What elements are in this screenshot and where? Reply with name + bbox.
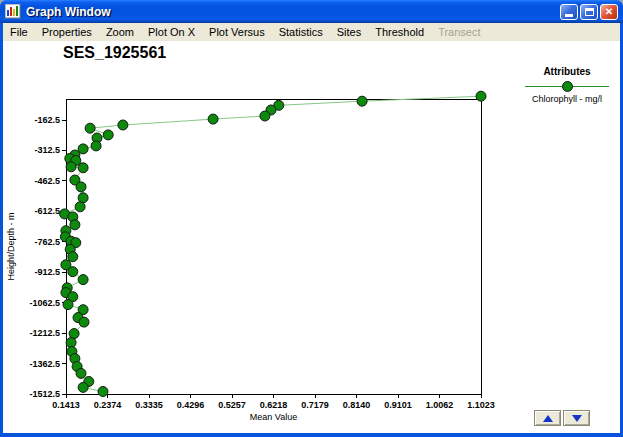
data-point	[76, 182, 86, 192]
data-point	[66, 162, 76, 172]
data-point	[76, 368, 86, 378]
y-tick-label: -162.5	[34, 115, 60, 125]
y-tick-label: -1212.5	[29, 328, 60, 338]
data-point	[103, 130, 113, 140]
plot-frame	[66, 99, 481, 394]
data-point	[85, 123, 95, 133]
x-tick-label: 0.3335	[135, 400, 163, 410]
data-point	[78, 163, 88, 173]
data-point	[476, 91, 486, 101]
y-tick-label: -462.5	[34, 176, 60, 186]
legend-dot-icon	[562, 81, 573, 92]
scroll-up-button[interactable]	[534, 410, 561, 426]
x-tick-label: 1.0062	[426, 400, 454, 410]
y-tick-label: -612.5	[34, 206, 60, 216]
x-tick-label: 0.8140	[343, 400, 371, 410]
legend: Attributes Chlorophyll - mg/l	[523, 66, 611, 104]
legend-marker-sample	[525, 80, 609, 93]
x-tick-label: 1.1023	[467, 400, 495, 410]
data-point	[68, 267, 78, 277]
data-point	[78, 193, 88, 203]
triangle-up-icon	[543, 415, 553, 422]
data-point	[357, 96, 367, 106]
data-point	[68, 252, 78, 262]
y-tick-label: -1062.5	[29, 298, 60, 308]
graph-window: Graph Window ✕ FilePropertiesZoomPlot On…	[0, 0, 623, 437]
data-point	[118, 120, 128, 130]
y-tick-label: -1362.5	[29, 359, 60, 369]
pager-controls	[534, 410, 590, 426]
series-line	[65, 96, 481, 391]
x-tick-label: 0.9101	[384, 400, 412, 410]
data-point	[260, 111, 270, 121]
y-axis-title: Height/Depth - m	[6, 212, 16, 280]
data-point	[79, 317, 89, 327]
legend-title: Attributes	[523, 66, 611, 77]
data-point	[69, 329, 79, 339]
data-point	[91, 141, 101, 151]
triangle-down-icon	[572, 415, 582, 422]
y-tick-label: -912.5	[34, 267, 60, 277]
data-point	[78, 382, 88, 392]
x-tick-label: 0.4296	[177, 400, 205, 410]
x-tick-label: 0.7179	[301, 400, 329, 410]
data-point	[98, 387, 108, 397]
scroll-down-button[interactable]	[563, 410, 590, 426]
data-point	[78, 275, 88, 285]
x-tick-label: 0.5257	[218, 400, 246, 410]
x-axis-title: Mean Value	[250, 412, 297, 422]
legend-entry-label: Chlorophyll - mg/l	[523, 94, 611, 104]
y-tick-label: -762.5	[34, 237, 60, 247]
data-point	[75, 202, 85, 212]
y-tick-label: -312.5	[34, 145, 60, 155]
data-point	[208, 114, 218, 124]
data-point	[70, 220, 80, 230]
y-tick-label: -1512.5	[29, 389, 60, 399]
x-tick-label: 0.2374	[94, 400, 122, 410]
data-point	[63, 300, 73, 310]
x-tick-label: 0.6218	[260, 400, 288, 410]
x-tick-label: 0.1413	[52, 400, 80, 410]
